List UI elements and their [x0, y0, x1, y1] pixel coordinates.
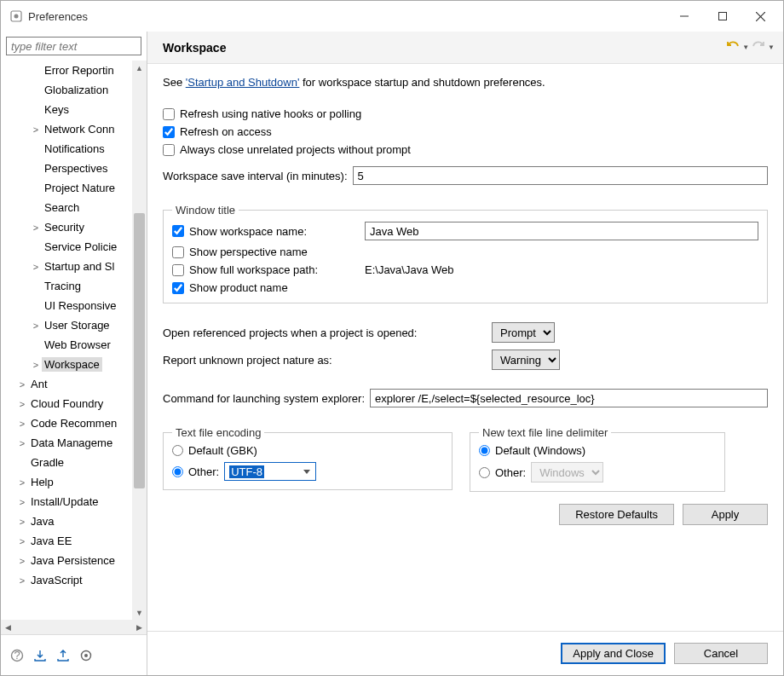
apply-button[interactable]: Apply	[683, 504, 768, 525]
window-title-legend: Window title	[172, 204, 239, 217]
tree-item-label: User Storage	[42, 318, 112, 332]
expand-icon[interactable]: >	[16, 517, 28, 527]
nav-forward-menu-icon[interactable]: ▼	[768, 43, 775, 51]
scroll-up-icon[interactable]: ▲	[132, 61, 147, 75]
expand-icon[interactable]: >	[16, 575, 28, 586]
tree-item[interactable]: >Cloud Foundry	[3, 394, 147, 413]
scroll-right-icon[interactable]: ▶	[132, 620, 147, 634]
tree-item[interactable]: Gradle	[3, 453, 147, 472]
export-icon[interactable]	[55, 648, 71, 663]
explorer-cmd-input[interactable]	[370, 389, 768, 407]
tree-item-label: Globalization	[42, 83, 111, 97]
open-referenced-select[interactable]: Prompt	[492, 322, 555, 343]
expand-icon[interactable]: >	[16, 556, 28, 566]
show-product-checkbox[interactable]: Show product name	[172, 281, 758, 294]
tree-item-label: Install/Update	[28, 494, 101, 509]
tree-item[interactable]: >Data Manageme	[3, 433, 147, 453]
tree-item[interactable]: >Code Recommen	[3, 413, 147, 433]
import-icon[interactable]	[32, 648, 48, 663]
tree-item[interactable]: Keys	[3, 100, 147, 119]
filter-input[interactable]	[6, 37, 141, 55]
report-unknown-select[interactable]: Warning	[492, 350, 560, 370]
expand-icon[interactable]: >	[16, 477, 28, 488]
help-icon[interactable]: ?	[9, 648, 25, 663]
expand-icon[interactable]: >	[16, 379, 28, 390]
expand-icon[interactable]: >	[30, 124, 42, 135]
svg-point-1	[14, 14, 19, 19]
tree-item[interactable]: >User Storage	[3, 315, 147, 335]
close-unrelated-checkbox[interactable]: Always close unrelated projects without …	[163, 143, 768, 156]
cancel-button[interactable]: Cancel	[674, 643, 768, 664]
expand-icon[interactable]: >	[16, 536, 28, 546]
encoding-other-select[interactable]: UTF-8	[224, 462, 316, 481]
show-workspace-name-checkbox[interactable]: Show workspace name:	[172, 225, 360, 238]
tree-item[interactable]: >Network Conn	[3, 119, 147, 139]
tree-item[interactable]: Search	[3, 198, 147, 217]
linedelim-other-radio[interactable]: Other:	[479, 466, 526, 479]
tree-item[interactable]: >Ant	[3, 374, 147, 394]
svg-point-9	[84, 654, 88, 657]
tree-scrollbar[interactable]: ▲ ▼	[132, 61, 147, 620]
expand-icon[interactable]: >	[30, 262, 42, 272]
show-full-path-checkbox[interactable]: Show full workspace path:	[172, 263, 360, 276]
nav-back-icon[interactable]	[727, 41, 739, 54]
refresh-native-checkbox[interactable]: Refresh using native hooks or polling	[163, 107, 768, 120]
tree-item[interactable]: >Security	[3, 217, 147, 237]
scroll-down-icon[interactable]: ▼	[132, 605, 147, 620]
tree-item[interactable]: Service Policie	[3, 237, 147, 257]
tree-item[interactable]: >Install/Update	[3, 492, 147, 511]
minimize-button[interactable]	[665, 3, 703, 29]
nav-forward-icon[interactable]	[752, 41, 764, 54]
oomph-icon[interactable]	[78, 648, 94, 663]
encoding-other-radio[interactable]: Other:	[172, 465, 219, 478]
preference-tree[interactable]: Error ReportinGlobalizationKeys>Network …	[1, 61, 147, 620]
tree-item[interactable]: >Java	[3, 511, 147, 531]
expand-icon[interactable]: >	[16, 438, 28, 448]
encoding-default-radio[interactable]: Default (GBK)	[172, 444, 443, 457]
expand-icon[interactable]: >	[16, 399, 28, 409]
workspace-name-input[interactable]	[365, 222, 758, 240]
tree-item[interactable]: Perspectives	[3, 159, 147, 178]
tree-item[interactable]: >JavaScript	[3, 570, 147, 590]
full-path-value: E:\Java\Java Web	[365, 263, 454, 276]
scroll-left-icon[interactable]: ◀	[1, 620, 15, 634]
tree-item[interactable]: >Help	[3, 472, 147, 492]
apply-close-button[interactable]: Apply and Close	[561, 643, 666, 664]
tree-item[interactable]: Tracing	[3, 276, 147, 296]
tree-item-label: Perspectives	[42, 161, 110, 176]
tree-item-label: Java EE	[28, 534, 74, 548]
window-title: Preferences	[28, 10, 665, 23]
tree-item-label: Keys	[42, 102, 72, 117]
tree-item[interactable]: Web Browser	[3, 335, 147, 355]
tree-item[interactable]: >Java Persistence	[3, 551, 147, 570]
tree-item[interactable]: >Java EE	[3, 531, 147, 551]
refresh-access-checkbox[interactable]: Refresh on access	[163, 125, 768, 138]
startup-shutdown-link[interactable]: 'Startup and Shutdown'	[186, 76, 300, 89]
tree-item[interactable]: >Startup and Sl	[3, 257, 147, 276]
tree-item[interactable]: Project Nature	[3, 178, 147, 198]
tree-item-label: Workspace	[42, 357, 102, 372]
tree-item[interactable]: Globalization	[3, 80, 147, 100]
save-interval-input[interactable]	[353, 166, 768, 185]
expand-icon[interactable]: >	[30, 321, 42, 331]
tree-item[interactable]: Error Reportin	[3, 61, 147, 80]
maximize-button[interactable]	[703, 3, 741, 29]
titlebar: Preferences	[1, 1, 783, 32]
tree-item[interactable]: >Workspace	[3, 355, 147, 374]
tree-item-label: Search	[42, 200, 82, 215]
tree-hscrollbar[interactable]: ◀ ▶	[1, 620, 147, 634]
close-button[interactable]	[741, 3, 780, 29]
tree-item-label: Network Conn	[42, 122, 117, 136]
expand-icon[interactable]: >	[16, 419, 28, 429]
scroll-thumb[interactable]	[134, 213, 145, 488]
restore-defaults-button[interactable]: Restore Defaults	[559, 504, 674, 525]
preferences-window: Preferences Error ReportinGlobalizationK…	[0, 0, 784, 676]
expand-icon[interactable]: >	[30, 222, 42, 233]
nav-back-menu-icon[interactable]: ▼	[742, 43, 749, 51]
tree-item[interactable]: UI Responsive	[3, 296, 147, 315]
expand-icon[interactable]: >	[30, 360, 42, 370]
tree-item[interactable]: Notifications	[3, 139, 147, 159]
show-perspective-checkbox[interactable]: Show perspective name	[172, 246, 758, 258]
expand-icon[interactable]: >	[16, 497, 28, 507]
linedelim-default-radio[interactable]: Default (Windows)	[479, 444, 716, 457]
